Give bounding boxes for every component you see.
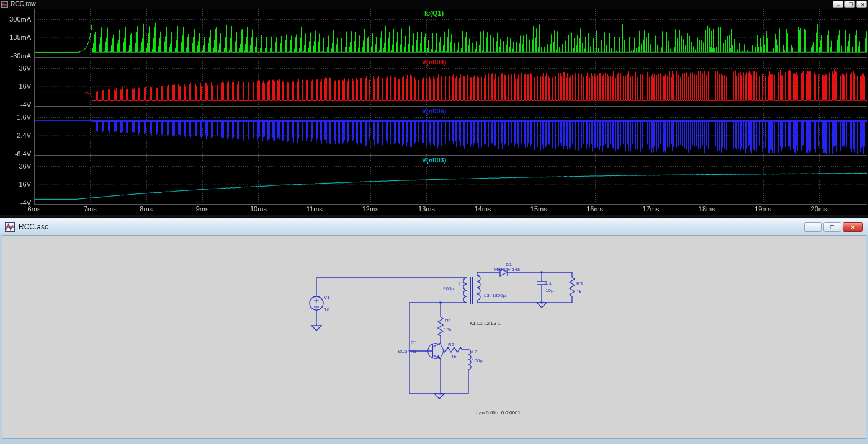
schematic-canvas-area[interactable]: V1 10 900µ L1 L3 1800µ D1 MMSD4148 C1 10… <box>2 235 866 439</box>
l2-ref-label[interactable]: L2 <box>472 349 477 355</box>
d1-value-label[interactable]: MMSD4148 <box>494 267 521 272</box>
asc-window-title: RCC.asc <box>19 223 48 231</box>
x-tick-label: 19ms <box>754 205 771 213</box>
x-tick-label: 17ms <box>643 205 660 213</box>
close-button[interactable]: ✕ <box>856 1 867 8</box>
r2-ref-label[interactable]: R2 <box>448 342 455 347</box>
raw-window-title: RCC.raw <box>11 0 36 9</box>
voltage-source-v1[interactable] <box>310 296 323 310</box>
resistor-r2[interactable] <box>443 347 464 352</box>
asc-window-controls: – ❐ ✕ <box>804 222 863 232</box>
ground-symbol[interactable] <box>434 394 444 399</box>
x-tick-label: 12ms <box>362 205 379 213</box>
raw-window-controls: – ❐ ✕ <box>833 1 867 8</box>
x-tick-label: 18ms <box>699 205 715 213</box>
waveform-canvas[interactable] <box>0 9 868 205</box>
asc-window-titlebar[interactable]: RCC.asc – ❐ ✕ <box>0 219 868 235</box>
raw-window-titlebar[interactable]: RCC.raw – ❐ ✕ <box>0 0 868 9</box>
coupling-directive[interactable]: K1 L1 L2 L3 1 <box>470 321 501 326</box>
x-tick-label: 9ms <box>196 205 209 213</box>
ltspice-app-icon <box>5 222 15 232</box>
l1-ref-label[interactable]: L1 <box>459 281 465 286</box>
c1-value-label[interactable]: 10µ <box>545 288 554 293</box>
ltspice-asc-window: RCC.asc – ❐ ✕ <box>0 218 868 444</box>
x-tick-label: 11ms <box>306 205 323 213</box>
r3-ref-label[interactable]: R3 <box>576 281 583 286</box>
minimize-button[interactable]: – <box>804 222 822 232</box>
coil-arcs <box>477 275 480 300</box>
close-button[interactable]: ✕ <box>843 222 863 232</box>
r1-value-label[interactable]: 15k <box>444 327 452 332</box>
maximize-button[interactable]: ❐ <box>823 222 841 232</box>
resistor-r3[interactable] <box>570 277 575 296</box>
v1-ref-label[interactable]: V1 <box>324 295 330 300</box>
restore-button[interactable]: ❐ <box>844 1 855 8</box>
resistor-zigzag <box>443 347 464 352</box>
coil-arcs <box>468 350 471 370</box>
l1-value-label[interactable]: 900µ <box>443 286 454 291</box>
time-axis: 6ms 7ms 8ms 9ms 10ms 11ms 12ms 13ms 14ms… <box>0 205 868 215</box>
inductor-l2[interactable] <box>468 350 471 370</box>
x-tick-label: 15ms <box>530 205 547 213</box>
inductor-l3-secondary[interactable] <box>477 275 480 300</box>
x-tick-label: 16ms <box>586 205 603 213</box>
transformer-core <box>471 277 473 304</box>
r2-value-label[interactable]: 1k <box>451 354 457 360</box>
waveform-plot-area[interactable]: Ic(Q1) 300mA 135mA -30mA V(n004) 36V 16V… <box>0 9 868 215</box>
ltspice-raw-window: RCC.raw – ❐ ✕ Ic(Q1) 300mA 135mA -30mA V… <box>0 0 868 215</box>
minimize-button[interactable]: – <box>833 1 843 8</box>
r3-value-label[interactable]: 1k <box>576 289 582 295</box>
r1-ref-label[interactable]: R1 <box>445 318 452 324</box>
resistor-r1[interactable] <box>438 317 443 338</box>
resistor-zigzag <box>570 277 575 296</box>
l3-value-label[interactable]: 1800µ <box>492 293 506 298</box>
x-tick-label: 20ms <box>811 205 828 213</box>
waveform-file-icon <box>1 1 8 8</box>
junction-dots <box>440 272 543 395</box>
x-tick-label: 14ms <box>474 205 491 213</box>
resistor-zigzag <box>438 317 443 338</box>
x-tick-label: 7ms <box>84 205 97 213</box>
q1-value-label[interactable]: BC547B <box>398 349 416 354</box>
schematic-svg: V1 10 900µ L1 L3 1800µ D1 MMSD4148 C1 10… <box>2 236 866 439</box>
x-tick-label: 13ms <box>418 205 435 213</box>
plus-sign <box>314 298 319 303</box>
ground-symbol[interactable] <box>311 326 321 331</box>
l2-value-label[interactable]: 100µ <box>472 358 483 363</box>
x-tick-label: 6ms <box>28 205 41 213</box>
q1-ref-label[interactable]: Q1 <box>411 340 418 345</box>
x-tick-label: 8ms <box>140 205 153 213</box>
x-tick-label: 10ms <box>250 205 267 213</box>
c1-ref-label[interactable]: C1 <box>545 280 552 286</box>
v1-value-label[interactable]: 10 <box>324 307 329 313</box>
tran-directive[interactable]: .tran 0 60m 0 0.0001 <box>475 410 521 415</box>
l3-ref-label[interactable]: L3 <box>484 293 490 298</box>
